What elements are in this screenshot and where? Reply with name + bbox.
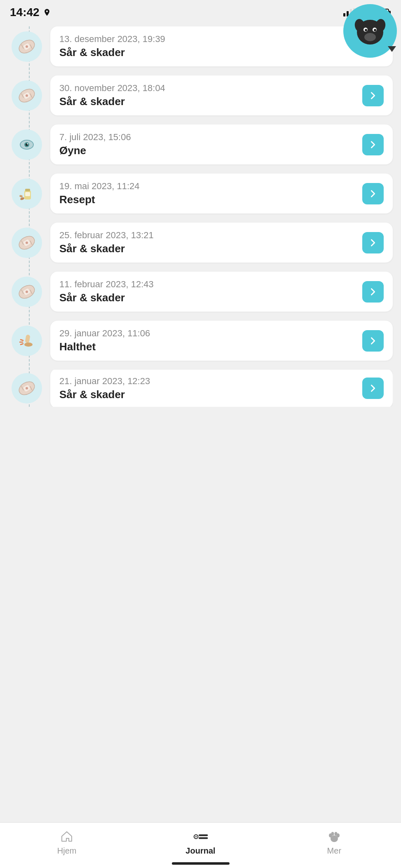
entry-date: 7. juli 2023, 15:06 [59, 132, 356, 143]
location-icon [43, 8, 51, 16]
svg-point-37 [19, 195, 23, 197]
svg-point-25 [26, 94, 28, 97]
journal-entry[interactable]: 29. januar 2023, 11:06 Halthet [8, 321, 393, 361]
entry-arrow-button[interactable] [362, 232, 384, 253]
entry-card[interactable]: 21. januar 2023, 12:23 Sår & skader [50, 370, 393, 407]
entry-icon-wrap [8, 178, 45, 209]
entry-icon-wrap [8, 31, 45, 62]
svg-rect-63 [199, 834, 208, 836]
prescription-icon [12, 178, 42, 209]
svg-point-36 [20, 197, 24, 200]
bottom-nav: Hjem Journal Mer [0, 822, 401, 868]
entry-card[interactable]: 29. januar 2023, 11:06 Halthet [50, 321, 393, 361]
svg-point-13 [374, 29, 376, 31]
entry-text: 25. februar 2023, 13:21 Sår & skader [59, 230, 356, 255]
entry-title: Sår & skader [59, 388, 356, 401]
entry-icon-wrap [8, 129, 45, 160]
nav-label-mer: Mer [327, 846, 341, 856]
home-svg [60, 830, 74, 844]
journal-icon [192, 829, 209, 844]
wound-icon-8 [17, 379, 36, 398]
entry-icon-wrap [8, 80, 45, 111]
entry-icon-wrap [8, 373, 45, 404]
journal-entry[interactable]: 13. desember 2023, 19:39 Sår & skader [8, 26, 393, 66]
entry-card[interactable]: 11. februar 2023, 12:43 Sår & skader [50, 272, 393, 312]
svg-rect-0 [343, 13, 345, 16]
svg-point-15 [364, 33, 376, 41]
svg-rect-34 [25, 189, 30, 191]
bandage-icon [12, 277, 42, 307]
paw-svg [327, 830, 342, 844]
entry-date: 19. mai 2023, 11:24 [59, 181, 356, 192]
entry-text: 21. januar 2023, 12:23 Sår & skader [59, 376, 356, 401]
entry-arrow-button[interactable] [362, 378, 384, 399]
svg-rect-64 [199, 838, 208, 839]
entry-card[interactable]: 7. juli 2023, 15:06 Øyne [50, 124, 393, 164]
entry-text: 7. juli 2023, 15:06 Øyne [59, 132, 356, 157]
nav-item-hjem[interactable]: Hjem [0, 829, 134, 856]
entry-text: 30. november 2023, 18:04 Sår & skader [59, 83, 356, 108]
entry-arrow-button[interactable] [362, 183, 384, 204]
limp-icon [12, 326, 42, 356]
profile-dropdown-arrow [388, 46, 396, 52]
entry-title: Resept [59, 193, 356, 206]
journal-svg [192, 830, 209, 844]
entry-date: 13. desember 2023, 19:39 [59, 34, 384, 45]
entry-date: 25. februar 2023, 13:21 [59, 230, 356, 241]
svg-line-54 [21, 344, 23, 345]
svg-point-19 [26, 45, 28, 48]
entry-date: 29. januar 2023, 11:06 [59, 328, 356, 339]
svg-point-58 [26, 387, 28, 389]
entry-arrow-button[interactable] [362, 134, 384, 155]
svg-point-69 [334, 832, 337, 836]
paw-icon [326, 829, 342, 844]
journal-entry[interactable]: 25. februar 2023, 13:21 Sår & skader [8, 223, 393, 263]
entry-title: Sår & skader [59, 291, 356, 304]
entry-arrow-button[interactable] [362, 281, 384, 303]
svg-rect-50 [25, 334, 30, 343]
nav-label-journal: Journal [185, 846, 215, 856]
svg-point-68 [331, 832, 334, 836]
status-time: 14:42 [10, 6, 51, 19]
entry-arrow-button[interactable] [362, 85, 384, 106]
entry-date: 11. februar 2023, 12:43 [59, 279, 356, 290]
pet-avatar [347, 8, 393, 54]
entry-date: 21. januar 2023, 12:23 [59, 376, 356, 387]
entry-title: Øyne [59, 144, 356, 157]
entry-icon-wrap [8, 277, 45, 307]
clock: 14:42 [10, 6, 40, 19]
bandage-icon [12, 373, 42, 404]
entry-text: 11. februar 2023, 12:43 Sår & skader [59, 279, 356, 304]
svg-point-32 [27, 143, 28, 144]
pet-profile[interactable] [343, 4, 397, 58]
dog-face-icon [352, 12, 389, 49]
entry-card[interactable]: 13. desember 2023, 19:39 Sår & skader [50, 26, 393, 66]
entry-card[interactable]: 19. mai 2023, 11:24 Resept [50, 174, 393, 213]
svg-point-12 [365, 29, 367, 31]
nav-label-hjem: Hjem [57, 846, 77, 856]
entry-card[interactable]: 30. november 2023, 18:04 Sår & skader [50, 75, 393, 115]
main-content: 13. desember 2023, 19:39 Sår & skader [0, 22, 401, 465]
wound-icon-2 [17, 86, 36, 105]
nav-item-mer[interactable]: Mer [267, 829, 401, 856]
eye-svg [18, 136, 36, 154]
eye-icon [12, 129, 42, 160]
medicine-svg [18, 185, 36, 203]
entry-card[interactable]: 25. februar 2023, 13:21 Sår & skader [50, 223, 393, 263]
journal-entry[interactable]: 30. november 2023, 18:04 Sår & skader [8, 75, 393, 115]
wound-icon-6 [17, 282, 36, 301]
bandage-icon [12, 31, 42, 62]
home-icon [59, 829, 75, 844]
entry-text: 19. mai 2023, 11:24 Resept [59, 181, 356, 206]
svg-rect-35 [25, 192, 30, 196]
home-indicator [172, 862, 230, 865]
entry-title: Sår & skader [59, 95, 356, 108]
journal-entry[interactable]: 21. januar 2023, 12:23 Sår & skader [8, 370, 393, 407]
entry-arrow-button[interactable] [362, 330, 384, 352]
svg-line-52 [21, 340, 23, 340]
journal-entry[interactable]: 19. mai 2023, 11:24 Resept [8, 174, 393, 213]
journal-entry[interactable]: 7. juli 2023, 15:06 Øyne [8, 124, 393, 164]
nav-item-journal[interactable]: Journal [134, 829, 267, 856]
journal-entry[interactable]: 11. februar 2023, 12:43 Sår & skader [8, 272, 393, 312]
svg-point-47 [26, 291, 28, 293]
